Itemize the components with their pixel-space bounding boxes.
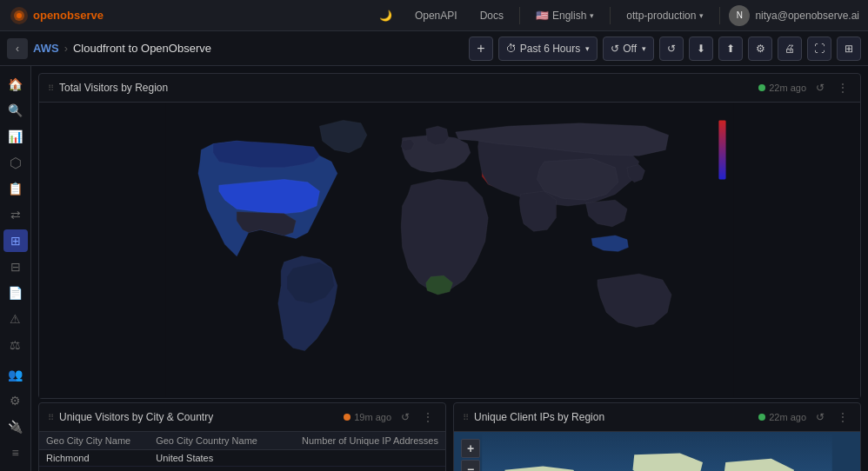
add-panel-button[interactable]: + <box>469 36 493 61</box>
sidebar-item-home[interactable]: 🏠 <box>3 73 28 96</box>
mini-map: + − <box>454 432 860 471</box>
sidebar-item-users[interactable]: 👥 <box>3 363 28 386</box>
user-menu[interactable]: N nitya@openobserve.ai <box>729 5 859 26</box>
sidebar-item-search[interactable]: 🔍 <box>3 99 28 122</box>
time-icon: ⏱ <box>506 43 517 55</box>
world-map-svg <box>39 103 860 398</box>
openapi-link[interactable]: OpenAPI <box>408 0 464 30</box>
zoom-in-button[interactable]: + <box>461 439 480 458</box>
org-selector[interactable]: ottp-production ▾ <box>619 0 711 30</box>
svg-rect-4 <box>718 120 725 179</box>
table-row: Richmond United States <box>39 450 445 467</box>
dark-mode-toggle[interactable]: 🌙 <box>372 0 399 30</box>
sidebar-item-reports[interactable]: ⊟ <box>3 255 28 278</box>
sidebar-item-logs[interactable]: 📋 <box>3 177 28 200</box>
cell-count: 1 <box>277 467 445 472</box>
visitors-data-table: Geo City City Name Geo City Country Name… <box>39 432 445 471</box>
client-ips-refresh[interactable]: ↺ <box>811 408 829 426</box>
client-ips-panel: ⠿ Unique Client IPs by Region 22m ago ↺ … <box>453 402 861 471</box>
world-map-dot <box>758 84 765 91</box>
org-caret: ▾ <box>699 11 704 20</box>
reload-icon: ↺ <box>667 43 676 55</box>
sidebar-item-settings[interactable]: ⚙ <box>3 389 28 412</box>
breadcrumb-title: Cloudfront to OpenObserve <box>73 42 211 55</box>
docs-link[interactable]: Docs <box>473 0 511 30</box>
logo-icon <box>9 5 30 26</box>
cell-country: United States <box>149 450 277 467</box>
dashboard: ⠿ Total Visitors by Region 22m ago ↺ ⋮ <box>31 66 868 471</box>
client-ips-time: 22m ago <box>769 412 806 422</box>
auto-refresh-caret: ▾ <box>642 44 646 53</box>
svg-point-2 <box>17 13 22 18</box>
sidebar-item-menu[interactable]: ≡ <box>3 441 28 464</box>
logo: openobserve <box>9 5 103 26</box>
extra-button[interactable]: ⊞ <box>837 36 861 61</box>
sidebar-item-plugins[interactable]: 🔌 <box>3 415 28 438</box>
client-ips-title: Unique Client IPs by Region <box>474 411 753 423</box>
nav-divider-3 <box>719 7 720 24</box>
share-icon: ⬆ <box>726 43 735 55</box>
visitors-time: 19m ago <box>354 412 391 422</box>
world-map-actions: 22m ago ↺ ⋮ <box>758 79 851 96</box>
cell-count <box>277 450 445 467</box>
fullscreen-button[interactable]: ⛶ <box>807 36 831 61</box>
sub-navbar: ‹ AWS › Cloudfront to OpenObserve + ⏱ Pa… <box>0 31 868 66</box>
language-selector[interactable]: 🇺🇸 English ▾ <box>529 0 601 30</box>
language-caret: ▾ <box>590 11 594 20</box>
sidebar-item-dashboards[interactable]: ⊞ <box>3 229 28 252</box>
table-row: Humpolec Czechia 1 <box>39 467 445 472</box>
zoom-out-button[interactable]: − <box>461 460 480 471</box>
col-city: Geo City City Name <box>39 432 149 450</box>
sidebar-item-pipelines[interactable]: ⇄ <box>3 203 28 226</box>
settings-button[interactable]: ⚙ <box>748 36 772 61</box>
visitors-refresh[interactable]: ↺ <box>397 408 414 426</box>
breadcrumb-sep: › <box>64 42 68 55</box>
back-button[interactable]: ‹ <box>7 38 28 59</box>
avatar-initials: N <box>737 10 743 20</box>
cell-country: Czechia <box>149 467 277 472</box>
visitors-table-header: ⠿ Unique Visitors by City & Country 19m … <box>39 403 445 432</box>
download-button[interactable]: ⬇ <box>689 36 713 61</box>
auto-refresh-button[interactable]: ↺ Off ▾ <box>603 36 654 61</box>
share-button[interactable]: ⬆ <box>718 36 743 61</box>
breadcrumb-org[interactable]: AWS <box>33 42 59 55</box>
user-avatar: N <box>729 5 750 26</box>
download-icon: ⬇ <box>697 43 705 55</box>
sidebar-item-filters[interactable]: ⚖ <box>3 334 28 356</box>
world-map-refresh[interactable]: ↺ <box>811 79 829 96</box>
time-range-button[interactable]: ⏱ Past 6 Hours ▾ <box>498 36 598 61</box>
visitors-table-panel: ⠿ Unique Visitors by City & Country 19m … <box>38 402 446 471</box>
bottom-panels: ⠿ Unique Visitors by City & Country 19m … <box>38 402 861 471</box>
world-map-panel: ⠿ Total Visitors by Region 22m ago ↺ ⋮ <box>38 73 861 399</box>
zoom-in-icon: + <box>467 441 474 455</box>
sidebar-item-metrics[interactable]: 📊 <box>3 125 28 148</box>
breadcrumb: AWS › Cloudfront to OpenObserve <box>33 42 211 55</box>
extra-icon: ⊞ <box>845 43 853 55</box>
visitors-dot <box>344 414 351 421</box>
visitors-drag-handle: ⠿ <box>48 413 54 422</box>
cell-city: Humpolec <box>39 467 149 472</box>
main-content: 🏠 🔍 📊 ⬡ 📋 ⇄ ⊞ ⊟ 📄 ⚠ ⚖ 👥 ⚙ 🔌 ≡ ⠿ Total Vi… <box>0 66 868 471</box>
back-icon: ‹ <box>16 43 19 55</box>
sidebar-item-panels[interactable]: ⬡ <box>3 151 28 174</box>
time-label: Past 6 Hours <box>520 43 580 55</box>
client-ips-dot <box>758 414 765 421</box>
client-ips-more[interactable]: ⋮ <box>834 408 851 426</box>
cell-city: Richmond <box>39 450 149 467</box>
sidebar-item-alerts[interactable]: ⚠ <box>3 308 28 330</box>
toolbar: + ⏱ Past 6 Hours ▾ ↺ Off ▾ ↺ ⬇ ⬆ ⚙ 🖨 ⛶ <box>469 36 861 61</box>
sidebar: 🏠 🔍 📊 ⬡ 📋 ⇄ ⊞ ⊟ 📄 ⚠ ⚖ 👥 ⚙ 🔌 ≡ <box>0 66 31 471</box>
docs-label: Docs <box>480 10 504 22</box>
sidebar-item-documents[interactable]: 📄 <box>3 282 28 304</box>
visitors-more[interactable]: ⋮ <box>419 408 437 426</box>
nav-divider-2 <box>610 7 611 24</box>
world-map-more[interactable]: ⋮ <box>834 79 851 96</box>
print-button[interactable]: 🖨 <box>778 36 802 61</box>
fullscreen-icon: ⛶ <box>814 43 825 55</box>
add-icon: + <box>477 41 484 56</box>
time-caret: ▾ <box>585 44 590 53</box>
client-ips-actions: 22m ago ↺ ⋮ <box>758 408 851 426</box>
col-country: Geo City Country Name <box>149 432 277 450</box>
reload-button[interactable]: ↺ <box>659 36 684 61</box>
nav-divider-1 <box>519 7 520 24</box>
